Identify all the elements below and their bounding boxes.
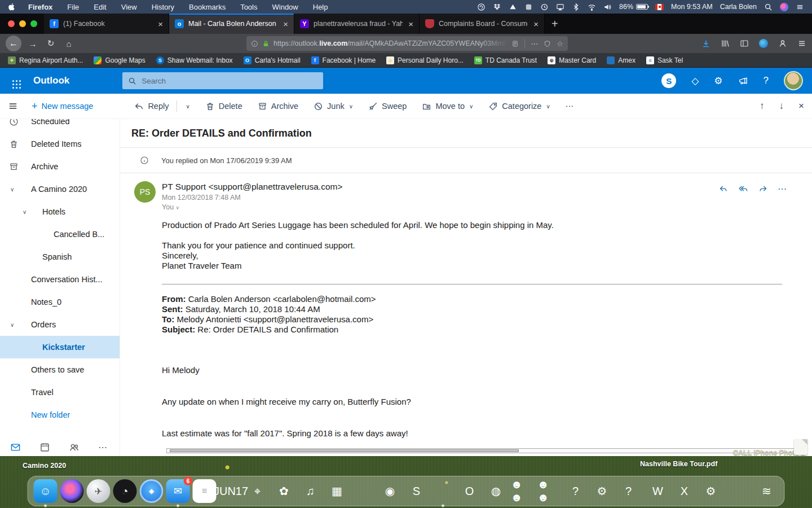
folder-scheduled[interactable]: Scheduled (0, 119, 120, 133)
dock-dashboard-icon[interactable]: ◔ (113, 479, 137, 503)
new-tab-button[interactable]: + (551, 17, 558, 30)
home-button[interactable]: ⌂ (62, 39, 76, 49)
page-actions-icon[interactable]: ⋯ (531, 40, 538, 48)
menubar-clock[interactable]: Mon 9:53 AM (671, 3, 713, 11)
desktop-label-nashville[interactable]: Nashville Bike Tour.pdf (640, 460, 717, 468)
people-module-icon[interactable] (69, 442, 80, 453)
dock-photos-icon[interactable]: ✿ (272, 479, 296, 503)
menu-hamburger-icon[interactable] (797, 39, 806, 48)
dock-itunes-icon[interactable]: ♫ (299, 479, 323, 503)
menu-firefox[interactable]: Firefox (28, 3, 52, 11)
scrollbar-thumb[interactable] (170, 449, 519, 452)
toolbar-archive-button[interactable]: Archive (258, 102, 298, 111)
folder-archive[interactable]: Archive (0, 155, 120, 178)
dock-trash-icon[interactable]: ≋ (755, 479, 779, 503)
toolbar-new-message-button[interactable]: +New message (32, 100, 93, 112)
more-actions-icon[interactable]: ⋯ (778, 183, 787, 194)
skype-icon[interactable]: S (661, 73, 676, 88)
outlook-brand[interactable]: Outlook (33, 75, 69, 86)
dock-notes-icon[interactable] (352, 479, 376, 503)
menubar-user[interactable]: Carla Bolen (720, 3, 757, 11)
whats-new-megaphone-icon[interactable] (738, 76, 748, 86)
dock-satellite-icon[interactable]: ◍ (484, 479, 508, 503)
dock-opera-icon[interactable]: O (458, 479, 482, 503)
close-reading-pane-icon[interactable]: × (798, 100, 804, 112)
spotlight-search-icon[interactable] (764, 3, 773, 11)
folder-travel[interactable]: Travel (0, 381, 120, 404)
toolbar-sweep-button[interactable]: Sweep (368, 102, 407, 111)
browser-tab-2[interactable]: oMail - Carla Bolen Anderson - O× (169, 14, 294, 34)
menu-tools[interactable]: Tools (240, 3, 257, 11)
toolbar-move-to-button[interactable]: Move to∨ (422, 102, 473, 111)
folder-conversation-hist-[interactable]: Conversation Hist... (0, 268, 120, 291)
folder-a-camino-2020[interactable]: ∨A Camino 2020 (0, 178, 120, 200)
next-message-icon[interactable]: ↓ (779, 100, 784, 112)
app-launcher-icon[interactable] (12, 80, 14, 82)
bookmark-hotmail[interactable]: OCarla's Hotmail (244, 56, 301, 64)
outlook-search[interactable] (122, 72, 323, 89)
tab-close-icon[interactable]: × (532, 19, 540, 29)
more-modules-icon[interactable]: ⋯ (98, 442, 108, 453)
earcircle-icon[interactable] (477, 3, 486, 11)
reply-all-icon[interactable] (738, 183, 748, 194)
bookmark-regina[interactable]: ✈Regina Airport Auth... (8, 56, 83, 64)
timemachine-icon[interactable] (540, 3, 549, 11)
dock-skype-icon[interactable]: S (405, 479, 429, 503)
bookmark-mastercard[interactable]: ⊕Master Card (548, 56, 596, 64)
chevron-down-icon[interactable]: ∨ (10, 322, 14, 328)
back-button[interactable]: ← (6, 36, 21, 51)
tab-close-icon[interactable]: × (282, 19, 289, 29)
bookmark-gmaps[interactable]: Google Maps (94, 56, 145, 64)
chevron-down-icon[interactable]: ∨ (349, 103, 353, 110)
chevron-down-icon[interactable]: ∨ (23, 209, 27, 215)
wifi-icon[interactable] (588, 3, 596, 11)
replied-note[interactable]: You replied on Mon 17/06/2019 9:39 AM (161, 156, 292, 165)
menu-bookmarks[interactable]: Bookmarks (189, 3, 226, 11)
sidebar-toggle-icon[interactable] (740, 39, 749, 48)
dock-people-blue-icon[interactable]: ☻☻ (511, 479, 535, 503)
toolbar-more-button[interactable]: ⋯ (566, 102, 574, 111)
pocket-shield-icon[interactable] (544, 40, 551, 47)
desktop-label-camino[interactable]: Camino 2020 (23, 462, 66, 470)
sender-avatar[interactable]: PS (134, 181, 156, 203)
grayapp-icon[interactable] (524, 3, 533, 11)
dock-gear-icon[interactable]: ⚙ (590, 479, 614, 503)
dock-mail-icon[interactable]: ✉6 (166, 479, 190, 503)
menu-file[interactable]: File (67, 3, 79, 11)
mail-module-icon[interactable] (10, 442, 21, 453)
toolbar-delete-button[interactable]: Delete (205, 102, 242, 111)
menu-history[interactable]: History (152, 3, 174, 11)
menu-help[interactable]: Help (313, 3, 328, 11)
bookmark-star-icon[interactable]: ☆ (557, 40, 563, 48)
chevron-down-icon[interactable]: ∨ (10, 186, 14, 192)
toolbar-categorize-button[interactable]: Categorize∨ (488, 102, 550, 111)
close-window-button[interactable] (8, 20, 15, 27)
dock-image-capture-icon[interactable]: ▦ (325, 479, 349, 503)
menu-window[interactable]: Window (272, 3, 298, 11)
bookmark-amex[interactable]: Amex (607, 56, 636, 64)
dock-safari-icon[interactable]: ◆ (140, 479, 164, 503)
dock-siri-icon[interactable] (60, 479, 84, 503)
downloads-icon[interactable] (701, 39, 710, 48)
dock-people-green-icon[interactable]: ☻☻ (537, 479, 561, 503)
folder-others-to-save[interactable]: Others to save (0, 358, 120, 381)
zoom-window-button[interactable] (30, 20, 37, 27)
horizontal-scrollbar[interactable] (166, 448, 802, 453)
https-lock-icon[interactable] (262, 40, 270, 47)
browser-tab-1[interactable]: f(1) Facebook× (44, 14, 169, 34)
canada-flag-icon[interactable] (655, 4, 664, 10)
menu-edit[interactable]: Edit (94, 3, 106, 11)
bluetooth-icon[interactable] (572, 3, 580, 11)
dock-document-icon[interactable] (729, 479, 752, 503)
account-profile-icon[interactable] (778, 39, 787, 48)
folder-deleted-items[interactable]: Deleted Items (0, 133, 120, 155)
airplay-icon[interactable] (556, 3, 564, 11)
dock-reminders-icon[interactable]: ≡ (193, 479, 217, 503)
settings-gear-icon[interactable]: ⚙ (714, 75, 722, 87)
folder-spanish[interactable]: Spanish (0, 246, 120, 268)
help-icon[interactable]: ? (764, 75, 769, 86)
expand-recipients-icon[interactable]: ∨ (176, 205, 180, 211)
reload-button[interactable]: ↻ (44, 38, 58, 49)
search-input[interactable] (142, 77, 317, 85)
battery-indicator[interactable]: 86% (619, 3, 648, 11)
